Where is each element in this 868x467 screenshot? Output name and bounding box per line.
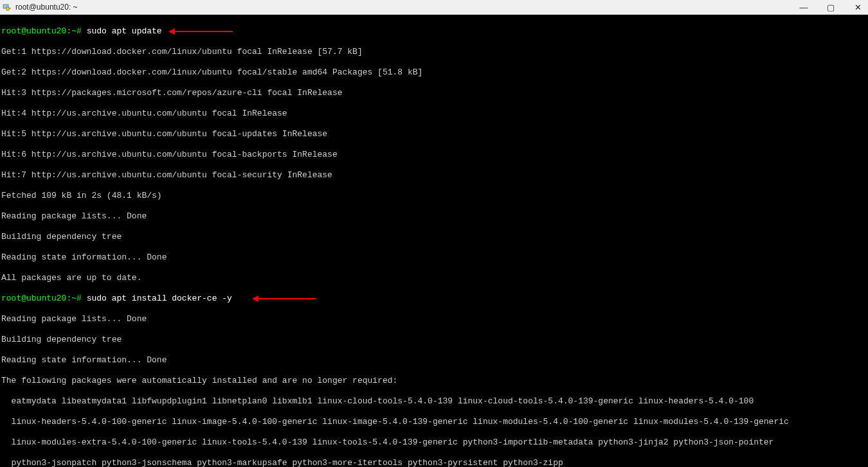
output-line: Get:1 https://download.docker.com/linux/… [1,47,867,57]
command-1: sudo apt update [82,26,162,36]
output-line: Hit:6 http://us.archive.ubuntu.com/ubunt… [1,150,867,160]
shell-prompt: root@ubuntu20:~# [1,294,82,303]
output-line: All packages are up to date. [1,273,867,283]
output-line: Reading package lists... Done [1,211,867,222]
close-button[interactable]: ✕ [850,3,865,12]
output-line: Fetched 109 kB in 2s (48.1 kB/s) [1,191,867,201]
output-line: eatmydata libeatmydata1 libfwupdplugin1 … [1,396,867,407]
terminal-output[interactable]: root@ubuntu20:~# sudo apt update Get:1 h… [0,15,868,467]
output-line: python3-jsonpatch python3-jsonschema pyt… [1,458,867,467]
shell-prompt: root@ubuntu20:~# [1,26,82,36]
output-line: Reading state information... Done [1,252,867,263]
output-line: Hit:4 http://us.archive.ubuntu.com/ubunt… [1,109,867,119]
output-line: Reading package lists... Done [1,314,867,324]
output-line: linux-headers-5.4.0-100-generic linux-im… [1,417,867,427]
output-line: The following packages were automaticall… [1,376,867,386]
output-line: linux-modules-extra-5.4.0-100-generic li… [1,437,867,448]
svg-rect-1 [6,7,9,10]
output-line: Reading state information... Done [1,355,867,366]
putty-icon [3,3,12,12]
output-line: Get:2 https://download.docker.com/linux/… [1,67,867,78]
output-line: Building dependency tree [1,335,867,345]
output-line: Building dependency tree [1,232,867,242]
window-controls: — ▢ ✕ [796,3,865,12]
minimize-button[interactable]: — [796,3,811,12]
prompt-line-1: root@ubuntu20:~# sudo apt update [1,26,867,37]
window-title: root@ubuntu20: ~ [15,3,796,12]
annotation-arrow-2 [258,298,316,299]
command-2: sudo apt install docker-ce -y [82,294,232,303]
annotation-arrow-1 [175,31,233,32]
output-line: Hit:7 http://us.archive.ubuntu.com/ubunt… [1,170,867,181]
maximize-button[interactable]: ▢ [823,3,838,12]
prompt-line-2: root@ubuntu20:~# sudo apt install docker… [1,294,867,304]
output-line: Hit:3 https://packages.microsoft.com/rep… [1,88,867,98]
output-line: Hit:5 http://us.archive.ubuntu.com/ubunt… [1,129,867,139]
window-titlebar: root@ubuntu20: ~ — ▢ ✕ [0,0,868,15]
